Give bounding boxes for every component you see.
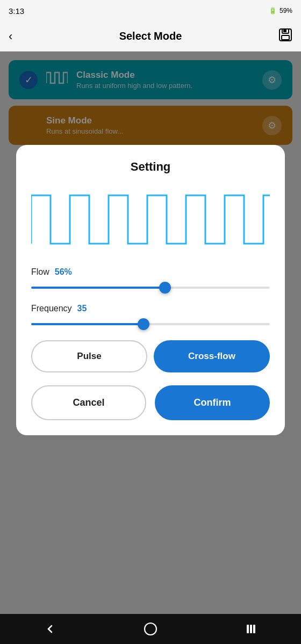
back-button[interactable]: ‹ bbox=[9, 30, 26, 43]
status-bar: 3:13 🔋 59% bbox=[0, 0, 301, 21]
flow-thumb[interactable] bbox=[159, 282, 171, 294]
flow-slider-section: Flow 56% bbox=[31, 267, 270, 293]
pulse-toggle[interactable]: Pulse bbox=[31, 340, 147, 372]
frequency-label: Frequency bbox=[31, 304, 72, 313]
bottom-home-button[interactable] bbox=[134, 618, 167, 640]
frequency-slider-section: Frequency 35 bbox=[31, 304, 270, 330]
battery-percent: 59% bbox=[280, 7, 292, 14]
flow-label-row: Flow 56% bbox=[31, 267, 270, 277]
nav-bar: ‹ Select Mode bbox=[0, 21, 301, 52]
dialog-title: Setting bbox=[31, 160, 270, 174]
flow-value: 56% bbox=[55, 267, 72, 277]
flow-label: Flow bbox=[31, 267, 49, 277]
bottom-nav bbox=[0, 614, 301, 644]
frequency-label-row: Frequency 35 bbox=[31, 304, 270, 313]
toggle-group: Pulse Cross-flow bbox=[31, 340, 270, 372]
status-time: 3:13 bbox=[9, 6, 24, 16]
waveform-display bbox=[31, 185, 270, 254]
battery-icon: 🔋 bbox=[269, 7, 277, 14]
flow-slider[interactable] bbox=[31, 282, 270, 293]
status-icons: 🔋 59% bbox=[269, 7, 292, 14]
svg-rect-2 bbox=[282, 35, 289, 40]
bottom-menu-button[interactable] bbox=[235, 618, 267, 640]
svg-rect-6 bbox=[250, 625, 252, 633]
svg-rect-3 bbox=[283, 30, 286, 32]
confirm-button[interactable]: Confirm bbox=[155, 385, 270, 420]
svg-rect-7 bbox=[253, 625, 255, 633]
frequency-value: 35 bbox=[77, 304, 87, 313]
frequency-track-fill bbox=[31, 323, 144, 325]
svg-point-4 bbox=[145, 623, 156, 635]
page-title: Select Mode bbox=[26, 30, 275, 42]
bottom-back-button[interactable] bbox=[34, 618, 66, 640]
save-button[interactable] bbox=[275, 28, 292, 45]
frequency-slider[interactable] bbox=[31, 319, 270, 330]
crossflow-toggle[interactable]: Cross-flow bbox=[154, 340, 270, 372]
settings-dialog: Setting Flow 56% Frequency 35 bbox=[16, 145, 285, 435]
cancel-button[interactable]: Cancel bbox=[31, 385, 146, 420]
action-row: Cancel Confirm bbox=[31, 385, 270, 420]
frequency-thumb[interactable] bbox=[138, 318, 149, 330]
svg-rect-5 bbox=[247, 625, 249, 633]
flow-track-fill bbox=[31, 287, 165, 289]
